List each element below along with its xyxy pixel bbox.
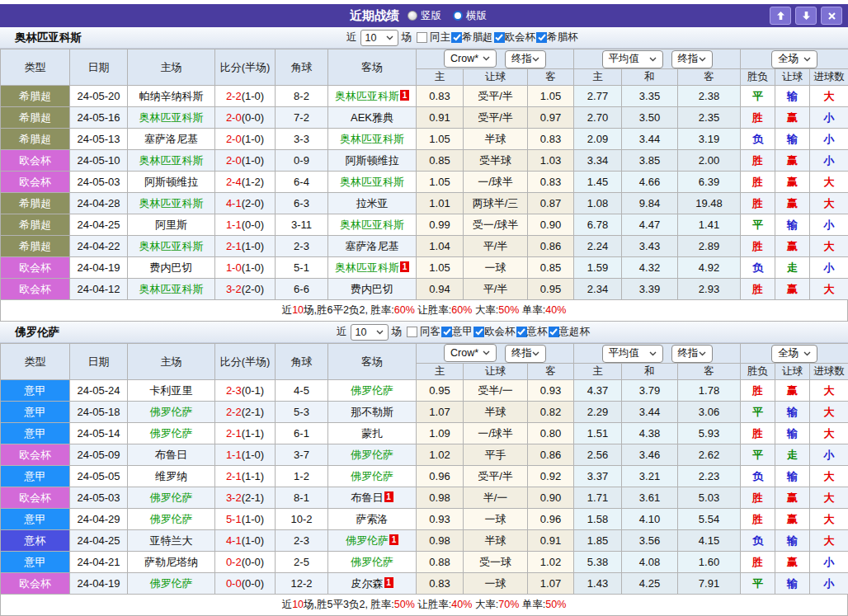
recent-count-select[interactable]: 10 bbox=[360, 30, 398, 46]
away-team: 奥林匹亚科斯1 bbox=[328, 86, 417, 107]
league-badge: 希腊超 bbox=[1, 193, 70, 214]
league-checkbox-3[interactable] bbox=[549, 327, 559, 337]
avg-home-odds: 1.08 bbox=[574, 193, 622, 214]
final-odds-select-2[interactable]: 终指 bbox=[671, 50, 713, 68]
home-team: 费内巴切 bbox=[128, 257, 215, 279]
league-checkbox-0[interactable] bbox=[451, 32, 462, 43]
red-card-badge: 1 bbox=[400, 90, 409, 101]
handicap-home-odds: 1.05 bbox=[417, 172, 464, 193]
same-venue-checkbox[interactable] bbox=[407, 327, 417, 337]
handicap-line: 半球 bbox=[464, 402, 528, 423]
result-goals: 大 bbox=[810, 193, 848, 214]
scope-select[interactable]: 全场 bbox=[771, 50, 817, 68]
bookmaker-select[interactable]: Crow* bbox=[444, 344, 497, 362]
move-down-button[interactable] bbox=[795, 7, 817, 25]
same-venue-checkbox[interactable] bbox=[417, 32, 427, 43]
final-odds-select-2[interactable]: 终指 bbox=[671, 345, 713, 363]
away-team: 佛罗伦萨 bbox=[328, 466, 417, 487]
home-team: 奥林匹亚科斯 bbox=[128, 107, 215, 129]
average-select[interactable]: 平均值 bbox=[602, 345, 663, 363]
final-odds-select[interactable]: 终指 bbox=[505, 345, 546, 363]
chevron-down-icon bbox=[803, 351, 811, 356]
league-checkbox-2[interactable] bbox=[536, 32, 547, 43]
match-date: 24-05-16 bbox=[70, 107, 128, 129]
avg-draw-odds: 3.61 bbox=[622, 487, 678, 509]
layout-radio-horizontal[interactable]: 横版 bbox=[453, 9, 487, 23]
final-odds-select[interactable]: 终指 bbox=[505, 50, 546, 68]
corners: 2-3 bbox=[276, 236, 328, 257]
handicap-line: 受半/一 bbox=[464, 380, 528, 402]
result-handicap: 赢 bbox=[775, 279, 810, 300]
avg-away-odds: 2.00 bbox=[678, 150, 741, 172]
near-label: 近 bbox=[346, 31, 357, 45]
home-team: 奥林匹亚科斯 bbox=[128, 193, 215, 214]
result-goals: 大 bbox=[810, 402, 848, 423]
score: 2-3(0-1) bbox=[215, 380, 276, 402]
red-card-badge: 1 bbox=[400, 261, 409, 272]
column-header: 客场 bbox=[328, 344, 417, 380]
corners: 0-9 bbox=[276, 150, 328, 172]
league-badge: 希腊超 bbox=[1, 107, 70, 129]
team-name: 佛罗伦萨 bbox=[0, 325, 59, 340]
league-checkbox-1[interactable] bbox=[473, 327, 484, 337]
match-row: 希腊超24-04-22奥林匹亚科斯2-1(1-0)2-3塞萨洛尼基1.04平/半… bbox=[1, 236, 848, 257]
result-outcome: 平 bbox=[741, 444, 775, 466]
handicap-away-odds: 0.95 bbox=[528, 279, 574, 300]
handicap-line: 平/半 bbox=[464, 236, 528, 257]
handicap-line: 受平/半 bbox=[464, 86, 528, 107]
league-badge: 希腊超 bbox=[1, 86, 70, 107]
layout-radio-vertical[interactable]: 竖版 bbox=[408, 9, 441, 23]
avg-away-odds: 5.93 bbox=[678, 423, 741, 444]
avg-draw-odds: 4.47 bbox=[622, 214, 678, 236]
corners: 1-2 bbox=[276, 466, 328, 487]
team-name: 奥林匹亚科斯 bbox=[0, 31, 82, 45]
handicap-line: 一/球半 bbox=[464, 172, 528, 193]
handicap-home-odds: 0.98 bbox=[417, 530, 464, 552]
column-header: 主场 bbox=[128, 344, 215, 380]
titlebar: 近期战绩 竖版 横版 bbox=[0, 4, 848, 27]
handicap-line: 半/一 bbox=[464, 487, 528, 509]
move-up-button[interactable] bbox=[770, 7, 791, 25]
radio-icon bbox=[453, 11, 463, 21]
sub-column-header: 客 bbox=[678, 69, 741, 86]
sub-column-header: 和 bbox=[622, 364, 678, 380]
corners: 12-2 bbox=[276, 573, 328, 595]
average-select[interactable]: 平均值 bbox=[602, 50, 663, 68]
match-date: 24-05-24 bbox=[70, 380, 128, 402]
away-team: 萨索洛 bbox=[328, 509, 417, 530]
result-handicap: 走 bbox=[775, 257, 810, 279]
home-team: 阿斯顿维拉 bbox=[128, 172, 215, 193]
check-icon bbox=[517, 328, 525, 336]
away-team: 佛罗伦萨 bbox=[328, 380, 417, 402]
result-goals: 小 bbox=[810, 107, 848, 129]
league-checkbox-1[interactable] bbox=[494, 32, 505, 43]
column-header: 比分(半场) bbox=[215, 344, 276, 380]
bookmaker-select[interactable]: Crow* bbox=[444, 49, 497, 68]
result-handicap: 赢 bbox=[775, 487, 810, 509]
page-title: 近期战绩 bbox=[350, 8, 399, 24]
league-checkbox-0[interactable] bbox=[441, 327, 452, 337]
league-checkbox-2[interactable] bbox=[516, 327, 527, 337]
scope-select[interactable]: 全场 bbox=[771, 345, 817, 363]
league-badge: 意甲 bbox=[1, 466, 70, 487]
handicap-away-odds: 0.80 bbox=[528, 423, 574, 444]
column-header: 日期 bbox=[70, 344, 128, 380]
match-row: 希腊超24-05-13塞萨洛尼基2-0(1-0)3-3奥林匹亚科斯1.05半球0… bbox=[1, 129, 848, 150]
recent-count-select[interactable]: 10 bbox=[351, 324, 389, 341]
league-checkbox-label: 欧会杯 bbox=[484, 325, 516, 339]
sub-column-header: 客 bbox=[528, 364, 574, 380]
corners: 5-3 bbox=[276, 402, 328, 423]
handicap-away-odds: 0.97 bbox=[528, 107, 574, 129]
result-handicap: 赢 bbox=[775, 380, 810, 402]
home-team: 佛罗伦萨 bbox=[128, 509, 215, 530]
result-handicap: 赢 bbox=[775, 236, 810, 257]
handicap-home-odds: 0.94 bbox=[417, 279, 464, 300]
result-handicap: 赢 bbox=[775, 193, 810, 214]
close-button[interactable] bbox=[821, 7, 842, 25]
league-badge: 欧会杯 bbox=[1, 150, 70, 172]
corners: 3-3 bbox=[276, 129, 328, 150]
handicap-line: 平/半 bbox=[464, 279, 528, 300]
result-handicap: 输 bbox=[775, 530, 810, 552]
avg-home-odds: 2.56 bbox=[574, 444, 622, 466]
score: 2-2(2-1) bbox=[215, 402, 276, 423]
